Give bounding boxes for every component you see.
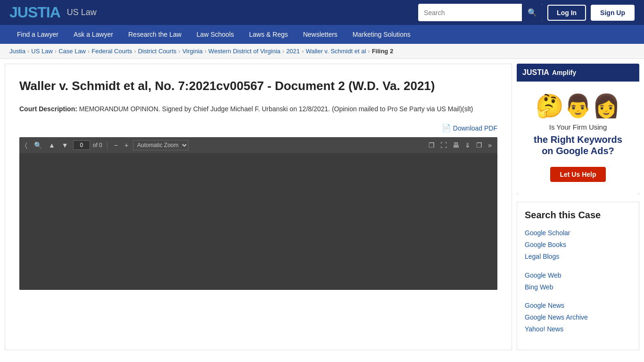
header-right: 🔍 Log In Sign Up [418, 4, 635, 21]
pdf-more-btn[interactable]: » [486, 140, 494, 150]
pdf-download-btn[interactable]: ⇓ [463, 140, 472, 150]
pdf-page-of: of 0 [93, 142, 102, 148]
breadcrumb-district-courts[interactable]: District Courts [138, 48, 177, 55]
breadcrumb-sep-5: › [178, 48, 180, 55]
ad-body: 🤔👨👩 Is Your Firm Using the Right Keyword… [517, 82, 639, 194]
ad-keyword-line2: on Google Ads? [524, 145, 632, 156]
breadcrumb-western-district[interactable]: Western District of Virginia [208, 48, 281, 55]
link-google-scholar[interactable]: Google Scholar [525, 227, 631, 239]
search-case-group-3: Google News Google News Archive Yahoo! N… [525, 300, 631, 336]
breadcrumb-justia[interactable]: Justia [9, 48, 25, 55]
main-content: Waller v. Schmidt et al, No. 7:2021cv005… [5, 64, 512, 350]
search-button[interactable]: 🔍 [522, 4, 543, 21]
breadcrumb-case-name[interactable]: Waller v. Schmidt et al [305, 48, 366, 55]
breadcrumb-sep-4: › [134, 48, 136, 55]
ad-amplify-label: Amplify [552, 69, 576, 76]
breadcrumb: Justia › US Law › Case Law › Federal Cou… [0, 44, 644, 59]
court-desc-label: Court Description: [19, 105, 77, 113]
signup-button[interactable]: Sign Up [591, 5, 635, 21]
breadcrumb-current: Filing 2 [372, 48, 394, 55]
search-input[interactable] [418, 5, 522, 20]
ad-justia-logo: JUSTIA [522, 68, 549, 77]
pdf-icon: 📄 [442, 123, 451, 132]
court-description: Court Description: MEMORANDUM OPINION. S… [19, 104, 497, 114]
sidebar: JUSTIA Amplify 🤔👨👩 Is Your Firm Using th… [512, 59, 644, 355]
link-google-web[interactable]: Google Web [525, 270, 631, 281]
breadcrumb-sep-9: › [368, 48, 370, 55]
nav-laws-regs[interactable]: Laws & Regs [241, 25, 295, 44]
search-box: 🔍 [418, 4, 543, 21]
nav-find-lawyer[interactable]: Find a Lawyer [9, 25, 66, 44]
breadcrumb-sep-8: › [302, 48, 304, 55]
content-wrapper: Waller v. Schmidt et al, No. 7:2021cv005… [0, 59, 644, 355]
pdf-download-area: 📄 Download PDF [19, 123, 497, 132]
nav-marketing[interactable]: Marketing Solutions [345, 25, 418, 44]
case-title: Waller v. Schmidt et al, No. 7:2021cv005… [19, 78, 497, 94]
breadcrumb-virginia[interactable]: Virginia [182, 48, 203, 55]
pdf-search-btn[interactable]: 🔍 [32, 140, 44, 150]
search-case-group-1: Google Scholar Google Books Legal Blogs [525, 227, 631, 263]
pdf-open-btn[interactable]: ⛶ [438, 140, 449, 150]
us-law-label: US Law [67, 8, 97, 17]
ad-help-btn[interactable]: Let Us Help [550, 167, 605, 182]
ad-keyword: the Right Keywords on Google Ads? [524, 134, 632, 156]
ad-keyword-line1: the Right Keywords [524, 134, 632, 145]
pdf-body [19, 153, 497, 290]
pdf-toolbar-right: ❐ ⛶ 🖶 ⇓ ❐ » [427, 140, 494, 150]
pdf-zoom-select[interactable]: Automatic Zoom [133, 140, 189, 150]
link-google-news-archive[interactable]: Google News Archive [525, 312, 631, 323]
justia-logo: JUSTIA [9, 4, 60, 21]
ad-header: JUSTIA Amplify [517, 64, 639, 82]
pdf-prev-btn[interactable]: ▲ [47, 140, 57, 150]
search-case-title: Search this Case [525, 210, 631, 221]
link-bing-web[interactable]: Bing Web [525, 281, 631, 293]
court-desc-text: MEMORANDUM OPINION. Signed by Chief Judg… [79, 105, 473, 113]
sidebar-ad: JUSTIA Amplify 🤔👨👩 Is Your Firm Using th… [517, 64, 639, 194]
ad-illustration: 🤔👨👩 [524, 93, 632, 119]
login-button[interactable]: Log In [547, 5, 586, 21]
breadcrumb-sep-6: › [205, 48, 206, 55]
link-legal-blogs[interactable]: Legal Blogs [525, 251, 631, 263]
breadcrumb-sep-7: › [282, 48, 284, 55]
pdf-next-btn[interactable]: ▼ [60, 140, 70, 150]
pdf-viewer: 〈 🔍 ▲ ▼ of 0 − + Automatic Zoom ❐ ⛶ 🖶 ⇓ … [19, 137, 497, 290]
breadcrumb-federal-courts[interactable]: Federal Courts [91, 48, 132, 55]
pdf-print-btn[interactable]: 🖶 [451, 140, 461, 150]
pdf-bookmark-btn[interactable]: ❐ [474, 140, 484, 150]
download-pdf-link[interactable]: 📄 Download PDF [442, 123, 497, 132]
pdf-zoom-out[interactable]: − [112, 140, 120, 150]
logo-justia-text: JUSTIA [9, 4, 60, 21]
pdf-sep-1 [107, 141, 107, 149]
pdf-sidebar-toggle[interactable]: 〈 [23, 140, 29, 150]
pdf-toolbar: 〈 🔍 ▲ ▼ of 0 − + Automatic Zoom ❐ ⛶ 🖶 ⇓ … [19, 137, 497, 153]
breadcrumb-sep-3: › [88, 48, 90, 55]
breadcrumb-2021[interactable]: 2021 [286, 48, 300, 55]
pdf-page-input[interactable] [73, 140, 90, 150]
nav-newsletters[interactable]: Newsletters [296, 25, 345, 44]
link-google-news[interactable]: Google News [525, 300, 631, 312]
link-google-books[interactable]: Google Books [525, 239, 631, 251]
breadcrumb-case-law[interactable]: Case Law [58, 48, 86, 55]
download-pdf-label: Download PDF [453, 124, 497, 132]
pdf-fullscreen-btn[interactable]: ❐ [427, 140, 437, 150]
search-case-box: Search this Case Google Scholar Google B… [517, 202, 639, 350]
pdf-zoom-in[interactable]: + [123, 140, 130, 150]
logo-area: JUSTIA US Law [9, 4, 97, 21]
nav-ask-lawyer[interactable]: Ask a Lawyer [66, 25, 121, 44]
ad-question: Is Your Firm Using [524, 123, 632, 131]
breadcrumb-sep-1: › [27, 48, 29, 55]
header: JUSTIA US Law 🔍 Log In Sign Up [0, 0, 644, 25]
main-nav: Find a Lawyer Ask a Lawyer Research the … [0, 25, 644, 44]
nav-law-schools[interactable]: Law Schools [189, 25, 241, 44]
breadcrumb-sep-2: › [55, 48, 57, 55]
breadcrumb-us-law[interactable]: US Law [31, 48, 53, 55]
search-case-group-2: Google Web Bing Web [525, 270, 631, 293]
link-yahoo-news[interactable]: Yahoo! News [525, 323, 631, 335]
nav-research-law[interactable]: Research the Law [121, 25, 189, 44]
